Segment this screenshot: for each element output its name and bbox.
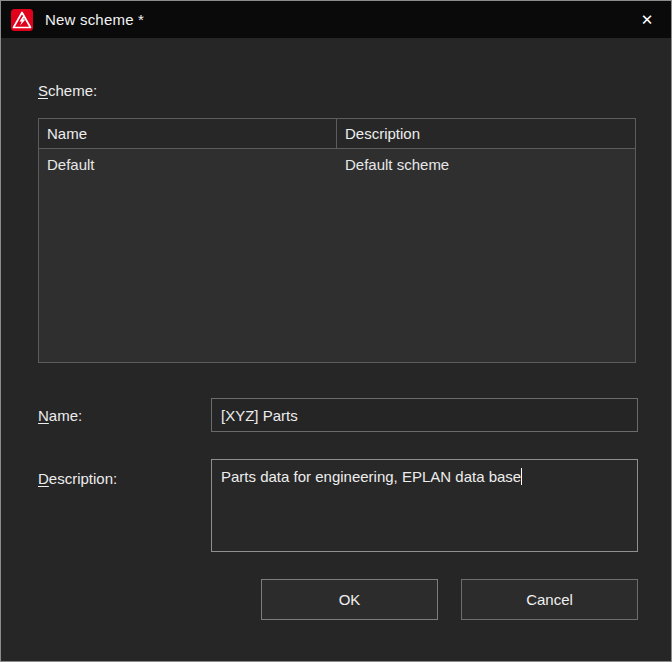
scheme-label-mnemonic: S: [38, 82, 48, 99]
scheme-label: Scheme:: [38, 82, 97, 99]
close-icon[interactable]: ✕: [623, 1, 671, 38]
name-label-mnemonic: N: [38, 407, 49, 424]
column-header-description[interactable]: Description: [337, 119, 635, 148]
scheme-label-rest: cheme:: [48, 82, 97, 99]
column-header-name[interactable]: Name: [39, 119, 337, 148]
window-title: New scheme *: [45, 11, 144, 28]
table-row-default[interactable]: Default Default scheme: [39, 149, 635, 180]
text-caret: [521, 468, 522, 485]
name-input[interactable]: [211, 398, 638, 432]
cancel-button[interactable]: Cancel: [461, 579, 638, 620]
eplan-logo-icon: [11, 9, 33, 31]
cell-description: Default scheme: [337, 149, 635, 180]
description-label-mnemonic: D: [38, 470, 49, 487]
new-scheme-dialog: New scheme * ✕ Scheme: Name Description …: [0, 0, 672, 662]
cell-name: Default: [39, 149, 337, 180]
scheme-table-header: Name Description: [39, 119, 635, 149]
description-label: Description:: [38, 470, 117, 487]
description-textarea[interactable]: Parts data for engineering, EPLAN data b…: [211, 459, 638, 552]
name-label: Name:: [38, 407, 82, 424]
close-glyph: ✕: [641, 11, 654, 29]
scheme-table: Name Description Default Default scheme: [38, 118, 636, 363]
description-label-rest: escription:: [49, 470, 117, 487]
ok-button[interactable]: OK: [261, 579, 438, 620]
name-label-rest: ame:: [49, 407, 82, 424]
description-text: Parts data for engineering, EPLAN data b…: [221, 468, 521, 485]
titlebar[interactable]: New scheme * ✕: [1, 1, 671, 38]
